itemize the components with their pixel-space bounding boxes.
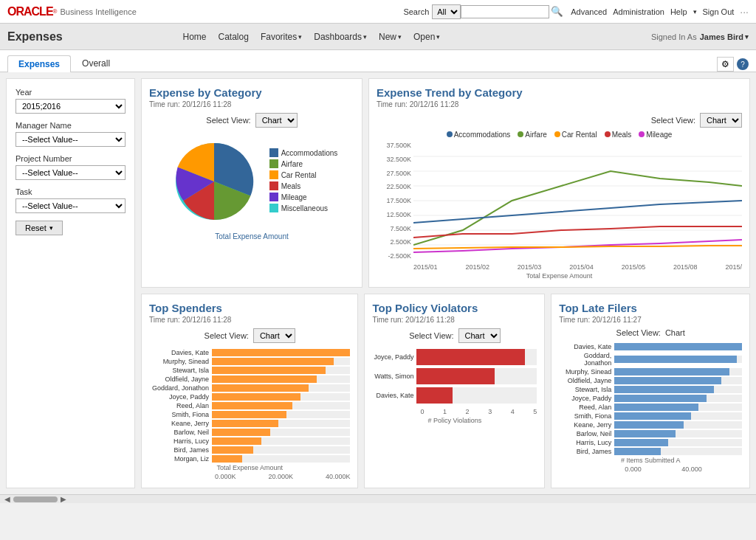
- nav-home[interactable]: Home: [183, 32, 207, 42]
- rtbar-fill: [614, 395, 706, 402]
- chart5-bar-row: Keane, Jerry: [559, 421, 742, 429]
- chart2-legend: Accommodations Airfare Car Rental Meals …: [377, 131, 742, 139]
- chart1-select-view-label: Select View:: [206, 116, 250, 125]
- tab-expenses[interactable]: Expenses: [7, 55, 71, 72]
- scroll-left[interactable]: ◀: [1, 495, 13, 503]
- rtbar-track: [614, 395, 742, 402]
- manager-filter: Manager Name --Select Value--: [16, 121, 126, 147]
- chart3-bar-row: Keane, Jerry: [149, 420, 350, 427]
- search-type-select[interactable]: All: [432, 4, 461, 19]
- top-late-filers-panel: Top Late Filers Time run: 20/12/16 11:27…: [551, 294, 750, 488]
- task-select[interactable]: --Select Value--: [16, 198, 126, 213]
- chart3-bar-row: Bird, James: [149, 446, 350, 454]
- year-filter: Year 2015;2016: [16, 88, 126, 114]
- legend-color-misc: [269, 204, 278, 212]
- project-label: Project Number: [16, 154, 126, 163]
- bar-label: Reed, Alan: [149, 402, 212, 409]
- nav-open[interactable]: Open ▾: [413, 32, 440, 42]
- advanced-link[interactable]: Advanced: [571, 7, 607, 16]
- signout-link[interactable]: Sign Out: [703, 7, 735, 16]
- bar-track: [212, 384, 350, 392]
- nav-dashboards[interactable]: Dashboards ▾: [314, 32, 367, 42]
- chart1-pie-container: Accommodations Airfare Car Rental M: [149, 134, 354, 229]
- bar-track: [212, 349, 350, 356]
- manager-label: Manager Name: [16, 121, 126, 130]
- chart1-select-view[interactable]: Chart: [255, 113, 298, 128]
- rtbar-fill: [614, 343, 742, 350]
- nav-new[interactable]: New ▾: [379, 32, 402, 42]
- legend-accom: Accommodations: [269, 148, 338, 157]
- hbar-track: [416, 349, 537, 365]
- chart4-title: Top Policy Violators: [372, 302, 537, 314]
- rtbar-label: Keane, Jerry: [559, 421, 614, 429]
- chart3-title: Top Spenders: [149, 302, 350, 314]
- bar-track: [212, 437, 350, 445]
- chart3-x-axis: 0.000K20.000K40.000K: [149, 473, 350, 480]
- bar-fill: [212, 420, 278, 427]
- rtbar-label: Bird, James: [559, 448, 614, 455]
- top-bar: ORACLE® Business Intelligence Search All…: [0, 0, 756, 24]
- chart3-bar-row: Morgan, Liz: [149, 455, 350, 463]
- bar-track: [212, 420, 350, 427]
- help-button[interactable]: ?: [737, 58, 749, 70]
- chart3-bar-row: Smith, Fiona: [149, 411, 350, 418]
- reset-button[interactable]: Reset ▾: [16, 221, 63, 235]
- chart2-select-view[interactable]: Chart: [700, 113, 742, 128]
- rtbar-fill: [614, 386, 714, 393]
- bar-fill: [212, 429, 270, 436]
- year-select[interactable]: 2015;2016: [16, 99, 126, 114]
- rtbar-track: [614, 368, 742, 375]
- nav-catalog[interactable]: Catalog: [219, 32, 249, 42]
- nav-favorites[interactable]: Favorites ▾: [261, 32, 302, 42]
- chart3-bar-row: Goddard, Jonathon: [149, 384, 350, 392]
- chart5-bars: Davies, Kate Goddard, Jonathon Murphy, S…: [559, 343, 742, 455]
- project-select[interactable]: --Select Value--: [16, 165, 126, 180]
- chart4-bars: Joyce, Paddy Watts, Simon Davies, Kate: [372, 349, 537, 406]
- scroll-right[interactable]: ▶: [58, 495, 69, 503]
- top-policy-violators-panel: Top Policy Violators Time run: 20/12/16 …: [364, 294, 545, 488]
- tab-actions: ⚙ ?: [717, 57, 749, 72]
- chart3-select-view[interactable]: Chart: [253, 328, 295, 343]
- project-filter: Project Number --Select Value--: [16, 154, 126, 180]
- chart4-bar-row: Watts, Simon: [372, 368, 537, 384]
- chart5-bar-row: Oldfield, Jayne: [559, 377, 742, 384]
- help-link[interactable]: Help: [670, 7, 687, 16]
- tab-overall[interactable]: Overall: [71, 55, 121, 72]
- rtbar-fill: [614, 377, 721, 384]
- more-options-icon[interactable]: ···: [740, 6, 749, 18]
- chart2-x-axis: 2015/01 2015/02 2015/03 2015/04 2015/05 …: [413, 263, 742, 271]
- hbar-fill: [416, 368, 495, 384]
- chart3-select-view-row: Select View: Chart: [149, 328, 350, 343]
- top-spenders-panel: Top Spenders Time run: 20/12/16 11:28 Se…: [141, 294, 358, 488]
- bar-track: [212, 358, 350, 365]
- scroll-thumb[interactable]: [13, 496, 58, 502]
- search-input[interactable]: [461, 5, 549, 18]
- chart5-bar-row: Stewart, Isla: [559, 386, 742, 393]
- chart2-svg: [413, 142, 742, 260]
- administration-link[interactable]: Administration: [613, 7, 664, 16]
- search-button[interactable]: 🔍: [551, 6, 563, 17]
- tab-bar: Expenses Overall ⚙ ?: [0, 50, 756, 72]
- chart3-axis-label: Total Expense Amount: [149, 464, 350, 471]
- chart2-y-label: Total Expense Amount: [377, 272, 742, 280]
- bar-label: Barlow, Neil: [149, 429, 212, 436]
- scroll-bar: ◀ ▶: [0, 494, 756, 503]
- bar-fill: [212, 349, 350, 356]
- chart3-bars: Davies, Kate Murphy, Sinead Stewart, Isl…: [149, 349, 350, 463]
- rtbar-label: Smith, Fiona: [559, 412, 614, 420]
- chart2-time: Time run: 20/12/16 11:28: [377, 100, 742, 108]
- chart3-bar-row: Barlow, Neil: [149, 429, 350, 436]
- chart1-time: Time run: 20/12/16 11:28: [149, 100, 354, 108]
- bar-fill: [212, 393, 300, 401]
- chart5-title: Top Late Filers: [559, 302, 742, 314]
- chart4-select-view[interactable]: Chart: [458, 328, 501, 343]
- chart3-bar-row: Stewart, Isla: [149, 367, 350, 374]
- legend-misc: Miscellaneous: [269, 204, 338, 212]
- signed-in-user[interactable]: James Bird ▾: [700, 32, 749, 41]
- manager-select[interactable]: --Select Value--: [16, 132, 126, 147]
- signed-in-label: Signed In As: [651, 32, 697, 41]
- settings-button[interactable]: ⚙: [717, 57, 734, 72]
- rtbar-track: [614, 404, 742, 411]
- rtbar-track: [614, 439, 742, 446]
- bar-fill: [212, 358, 334, 365]
